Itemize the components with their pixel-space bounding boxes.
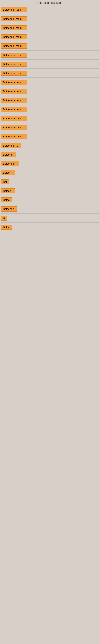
bottleneck-result-badge[interactable]: Bottleneck result: [1, 7, 27, 12]
bottleneck-result-badge[interactable]: Bottle: [1, 198, 12, 202]
bottleneck-row-12: Bottleneck result: [0, 105, 100, 114]
bottleneck-row-17: Bottlene: [0, 150, 100, 159]
bottleneck-result-badge[interactable]: Bottleneck result: [1, 125, 27, 130]
bottleneck-row-6: Bottleneck result: [0, 50, 100, 59]
bottleneck-row-13: Bottleneck result: [0, 114, 100, 123]
bottleneck-row-2: Bottleneck result: [0, 14, 100, 23]
bottleneck-result-badge[interactable]: Bottleneck result: [1, 44, 27, 48]
bottleneck-result-badge[interactable]: Bottleneck result: [1, 134, 27, 139]
bottleneck-result-badge[interactable]: Bottlenec: [1, 206, 17, 212]
bottleneck-result-badge[interactable]: Bottleneck result: [1, 62, 27, 66]
bottleneck-row-19: Bottlen: [0, 168, 100, 177]
bottleneck-row-9: Bottleneck result: [0, 78, 100, 86]
bottleneck-result-badge[interactable]: Bottlen: [1, 188, 15, 194]
bottleneck-row-11: Bottleneck result: [0, 96, 100, 105]
bottleneck-result-badge[interactable]: Bottleneck result: [1, 25, 27, 30]
bottleneck-result-badge[interactable]: Bottleneck result: [1, 116, 27, 121]
site-title: TheBottlenecker.com: [0, 0, 100, 5]
bottleneck-row-22: Bottle: [0, 196, 100, 204]
bottleneck-row-21: Bottlen: [0, 186, 100, 195]
bottleneck-row-20: Bot: [0, 177, 100, 186]
bottleneck-row-18: Bottleneck r: [0, 159, 100, 168]
bottleneck-result-badge[interactable]: Bo: [1, 216, 7, 220]
bottleneck-row-4: Bottleneck result: [0, 32, 100, 41]
bottleneck-result-badge[interactable]: Bottleneck result: [1, 107, 27, 112]
bottleneck-result-badge[interactable]: Bottleneck result: [1, 52, 27, 58]
bottleneck-row-5: Bottleneck result: [0, 42, 100, 50]
bottleneck-row-24: Bo: [0, 214, 100, 222]
bottleneck-row-7: Bottleneck result: [0, 60, 100, 68]
bottleneck-row-1: Bottleneck result: [0, 5, 100, 14]
bottleneck-row-15: Bottleneck result: [0, 132, 100, 141]
bottleneck-row-10: Bottleneck result: [0, 87, 100, 96]
bottleneck-row-8: Bottleneck result: [0, 69, 100, 78]
bottleneck-result-badge[interactable]: Bottleneck result: [1, 34, 27, 40]
bottleneck-row-16: Bottleneck re: [0, 141, 100, 150]
bottleneck-row-3: Bottleneck result: [0, 23, 100, 32]
bottleneck-result-badge[interactable]: Bot: [1, 179, 9, 184]
bottleneck-result-badge[interactable]: Bottleneck result: [1, 71, 27, 76]
bottleneck-result-badge[interactable]: Bottle: [1, 224, 12, 230]
bottleneck-result-badge[interactable]: Bottleneck result: [1, 16, 27, 21]
bottleneck-row-25: Bottle: [0, 222, 100, 232]
bottleneck-result-badge[interactable]: Bottleneck result: [1, 80, 27, 85]
bottleneck-result-badge[interactable]: Bottleneck re: [1, 143, 21, 148]
bottleneck-result-badge[interactable]: Bottlen: [1, 170, 15, 175]
site-header: TheBottlenecker.com: [0, 0, 100, 5]
bottleneck-result-badge[interactable]: Bottleneck result: [1, 89, 27, 94]
bottleneck-row-23: Bottlenec: [0, 204, 100, 213]
bottleneck-result-badge[interactable]: Bottlene: [1, 152, 16, 157]
bottleneck-row-14: Bottleneck result: [0, 123, 100, 132]
bottleneck-result-badge[interactable]: Bottleneck r: [1, 161, 19, 166]
bottleneck-result-badge[interactable]: Bottleneck result: [1, 98, 27, 103]
